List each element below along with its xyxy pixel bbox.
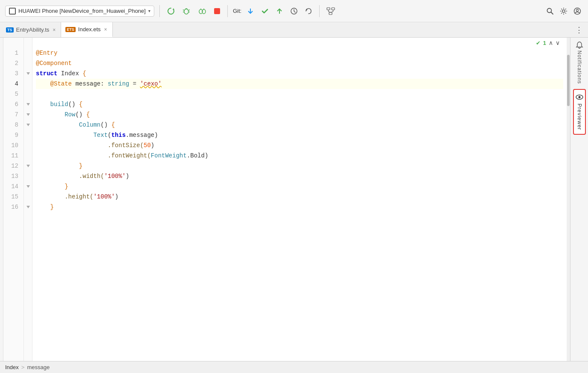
- toolbar-right: [544, 6, 583, 17]
- svg-marker-29: [26, 72, 30, 75]
- history-button[interactable]: [288, 6, 300, 17]
- debug-multi-icon: [197, 7, 207, 15]
- git-check-icon: [261, 7, 269, 15]
- previewer-label: Previewer: [576, 104, 582, 130]
- ets-icon: ETS: [65, 27, 76, 32]
- git-arrow-left-button[interactable]: [245, 6, 256, 17]
- fold-gutter-8[interactable]: [24, 120, 32, 130]
- notifications-label: Notifications: [576, 50, 582, 84]
- tabbar: TS EntryAbility.ts × ETS Index.ets × ⋮: [0, 22, 588, 38]
- fold-gutter-7[interactable]: [24, 110, 32, 120]
- reload-button[interactable]: [165, 5, 177, 17]
- device-selector[interactable]: HUAWEI Phone [NewDevice_from_Huawei_Phon…: [5, 6, 154, 17]
- fold-gutter-9: [24, 130, 32, 140]
- tab-index-ets[interactable]: ETS Index.ets ×: [61, 22, 112, 37]
- tab-entry-ability[interactable]: TS EntryAbility.ts ×: [2, 22, 61, 37]
- line-number-14: 14: [3, 181, 18, 192]
- svg-marker-31: [26, 113, 30, 116]
- svg-line-25: [551, 12, 553, 14]
- code-line-3[interactable]: struct Index {: [36, 68, 563, 79]
- fold-gutter-1: [24, 48, 32, 58]
- previewer-button[interactable]: Previewer: [573, 89, 586, 134]
- fold-gutter-6[interactable]: [24, 99, 32, 110]
- nav-up-button[interactable]: ∧: [549, 39, 553, 46]
- code-line-16[interactable]: }: [36, 202, 563, 212]
- code-line-9[interactable]: Text(this.message): [36, 130, 563, 140]
- notifications-button[interactable]: Notifications: [574, 38, 585, 87]
- code-editor[interactable]: ✔ 1 ∧ ∨ 12345678910111213141516 @Entry@C…: [3, 38, 570, 361]
- code-line-4[interactable]: @State message: string = 'cexo': [36, 79, 563, 89]
- svg-marker-32: [26, 124, 30, 126]
- line-number-13: 13: [3, 171, 18, 181]
- toolbar-separator-1: [159, 5, 160, 17]
- code-line-1[interactable]: @Entry: [36, 48, 563, 58]
- code-area[interactable]: @Entry@Componentstruct Index { @State me…: [32, 38, 567, 361]
- tab-index-close[interactable]: ×: [103, 27, 108, 33]
- svg-marker-30: [26, 103, 30, 106]
- svg-point-28: [576, 9, 579, 11]
- scrollbar[interactable]: [567, 38, 570, 361]
- code-line-11[interactable]: .fontWeight(FontWeight.Bold): [36, 151, 563, 161]
- undo-button[interactable]: [303, 6, 314, 17]
- line-number-6: 6: [3, 99, 18, 110]
- svg-marker-35: [26, 206, 30, 208]
- tab-entry-label: EntryAbility.ts: [16, 27, 50, 33]
- svg-line-4: [188, 10, 190, 10]
- fold-gutter-13: [24, 171, 32, 181]
- code-line-6[interactable]: build() {: [36, 99, 563, 110]
- git-push-icon: [276, 7, 283, 15]
- code-line-8[interactable]: Column() {: [36, 120, 563, 130]
- breadcrumb-separator: >: [21, 364, 25, 370]
- scrollbar-thumb[interactable]: [567, 55, 570, 106]
- statusbar: Index > message: [0, 361, 588, 373]
- code-line-13[interactable]: .width('100%'): [36, 171, 563, 181]
- svg-rect-19: [329, 12, 332, 15]
- git-push-button[interactable]: [274, 6, 285, 17]
- line-number-4: 4: [3, 79, 18, 89]
- undo-icon: [305, 7, 312, 15]
- fold-gutter-3[interactable]: [24, 68, 32, 79]
- code-line-12[interactable]: }: [36, 161, 563, 171]
- fold-gutter-14[interactable]: [24, 181, 32, 192]
- settings-button[interactable]: [558, 6, 569, 17]
- branch-button[interactable]: [325, 6, 337, 17]
- code-line-5[interactable]: [36, 89, 563, 99]
- svg-point-1: [184, 9, 188, 14]
- line-number-3: 3: [3, 68, 18, 79]
- toolbar: HUAWEI Phone [NewDevice_from_Huawei_Phon…: [0, 0, 588, 22]
- git-label: Git:: [233, 8, 241, 14]
- toolbar-separator-2: [227, 5, 228, 17]
- chevron-down-icon: ▾: [148, 9, 150, 13]
- code-line-14[interactable]: }: [36, 181, 563, 192]
- stop-icon: [214, 8, 220, 15]
- branch-icon: [326, 7, 335, 15]
- device-selector-label: HUAWEI Phone [NewDevice_from_Huawei_Phon…: [18, 8, 146, 14]
- nav-down-button[interactable]: ∨: [556, 39, 560, 46]
- tab-entry-close[interactable]: ×: [52, 27, 56, 33]
- code-line-7[interactable]: Row() {: [36, 110, 563, 120]
- fold-gutter-16[interactable]: [24, 202, 32, 212]
- code-line-10[interactable]: .fontSize(50): [36, 140, 563, 151]
- fold-gutter-5: [24, 89, 32, 99]
- code-line-15[interactable]: .height('100%'): [36, 192, 563, 202]
- line-number-1: 1: [3, 48, 18, 58]
- eye-icon: [576, 93, 583, 101]
- svg-marker-33: [26, 165, 30, 167]
- code-line-2[interactable]: @Component: [36, 58, 563, 68]
- debug-multi-button[interactable]: [196, 5, 209, 17]
- stop-button[interactable]: [212, 6, 222, 16]
- svg-rect-17: [327, 8, 330, 10]
- tabbar-more-button[interactable]: ⋮: [572, 25, 586, 35]
- account-button[interactable]: [572, 6, 583, 17]
- line-number-7: 7: [3, 110, 18, 120]
- svg-marker-34: [26, 185, 30, 188]
- fold-gutter-2: [24, 58, 32, 68]
- debug-button[interactable]: [180, 5, 192, 17]
- search-button[interactable]: [544, 6, 556, 17]
- fold-gutter-12[interactable]: [24, 161, 32, 171]
- fold-gutter-4: [24, 79, 32, 89]
- svg-marker-16: [306, 9, 308, 11]
- right-sidebar: Notifications Previewer: [570, 38, 588, 361]
- line-number-15: 15: [3, 192, 18, 202]
- git-check-button[interactable]: [259, 6, 270, 17]
